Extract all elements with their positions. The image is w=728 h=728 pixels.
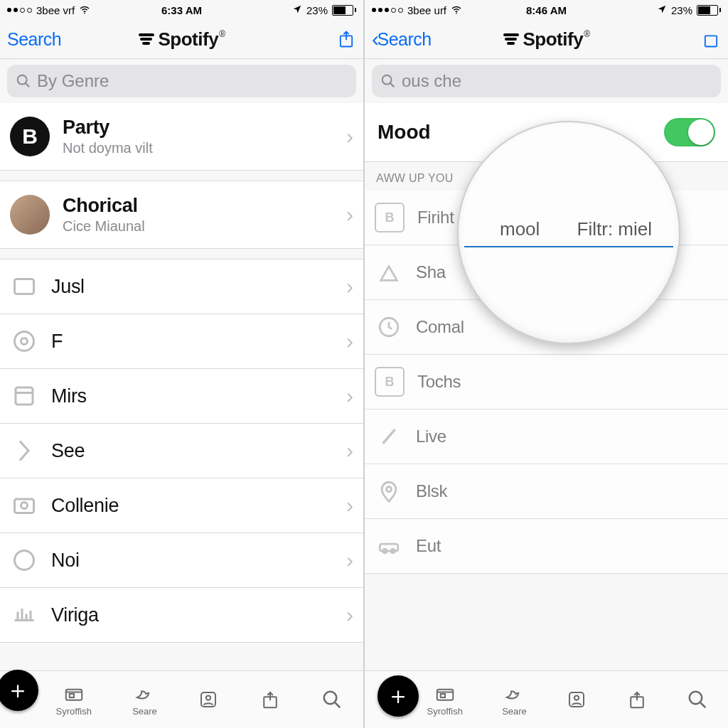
- category-icon: [10, 327, 38, 355]
- svg-point-8: [21, 503, 28, 509]
- mood-toggle[interactable]: [664, 118, 715, 146]
- chevron-right-icon: ›: [346, 274, 353, 299]
- tab-label: Seare: [132, 706, 157, 717]
- item-title: Blsk: [416, 481, 718, 501]
- item-title: Eut: [416, 536, 718, 556]
- wifi-icon: [79, 4, 90, 16]
- back-button[interactable]: ‹ Search: [372, 29, 432, 50]
- spotify-icon: [139, 33, 154, 45]
- spotify-icon: [503, 33, 519, 45]
- avatar: [10, 195, 50, 235]
- svg-point-9: [15, 551, 34, 570]
- left-screenshot: 3bee vrf 6:33 AM 23% Search: [0, 0, 364, 728]
- nav-bar: Search Spotify®: [0, 20, 363, 59]
- tab-bar: ＋ Syroffish Seare: [0, 670, 363, 728]
- tab-share[interactable]: [626, 689, 648, 710]
- bird-icon: [134, 683, 155, 705]
- location-icon: [292, 4, 302, 16]
- item-title: Mirs: [51, 385, 346, 407]
- battery-icon: [697, 5, 721, 16]
- svg-rect-17: [705, 36, 717, 46]
- svg-point-2: [18, 75, 27, 85]
- tab-profile[interactable]: [566, 689, 587, 710]
- genre-list[interactable]: B Party Not doyma vilt › Chorical Cice M…: [0, 103, 363, 670]
- playlist-icon: B: [10, 117, 50, 156]
- list-item[interactable]: See ›: [0, 424, 363, 478]
- tab-seare[interactable]: Seare: [132, 683, 157, 717]
- item-subtitle: Not doyma vilt: [63, 140, 346, 156]
- status-bar: 3bee urf 8:46 AM 23%: [365, 0, 728, 20]
- svg-point-5: [21, 338, 28, 345]
- search-icon: [321, 689, 343, 710]
- list-item[interactable]: F ›: [0, 314, 363, 369]
- share-icon: [626, 689, 648, 710]
- list-item[interactable]: Eut: [365, 519, 728, 574]
- list-item[interactable]: Mirs ›: [0, 369, 363, 424]
- item-title: Party: [63, 117, 346, 139]
- chevron-right-icon: ›: [346, 384, 353, 408]
- list-item[interactable]: Chorical Cice Miaunal ›: [0, 181, 363, 249]
- svg-point-0: [84, 13, 85, 14]
- list-item[interactable]: Live: [365, 410, 728, 464]
- status-bar: 3bee vrf 6:33 AM 23%: [0, 0, 363, 20]
- signal-dots-icon: [7, 8, 32, 13]
- list-item[interactable]: Collenie ›: [0, 478, 363, 533]
- list-item[interactable]: B Party Not doyma vilt ›: [0, 103, 363, 171]
- profile-icon: [198, 689, 219, 710]
- lens-text-left: mool: [500, 218, 540, 240]
- search-placeholder: By Genre: [37, 71, 109, 91]
- section-gap: [0, 171, 363, 181]
- category-icon: [10, 437, 38, 465]
- tab-search[interactable]: [321, 689, 343, 710]
- svg-point-27: [574, 695, 579, 700]
- battery-icon: [332, 5, 356, 16]
- category-icon: [10, 601, 38, 629]
- item-subtitle: Cice Miaunal: [63, 218, 346, 235]
- back-button[interactable]: Search: [7, 29, 61, 50]
- signal-dots-icon: [372, 8, 403, 13]
- chevron-right-icon: ›: [346, 203, 353, 227]
- tab-profile[interactable]: [198, 689, 219, 710]
- tab-label: Syroffish: [427, 706, 463, 717]
- category-icon: [375, 313, 403, 341]
- search-placeholder: ous che: [402, 71, 461, 91]
- svg-point-20: [386, 487, 391, 492]
- svg-rect-3: [15, 279, 34, 294]
- share-button[interactable]: [701, 29, 721, 49]
- svg-point-29: [690, 692, 702, 705]
- svg-rect-11: [70, 694, 74, 697]
- search-input[interactable]: ous che: [372, 65, 721, 97]
- search-input[interactable]: By Genre: [7, 65, 356, 97]
- carrier-label: 3bee vrf: [36, 4, 75, 16]
- svg-point-15: [324, 692, 337, 705]
- add-button[interactable]: ＋: [0, 670, 38, 711]
- carrier-label: 3bee urf: [407, 4, 446, 16]
- chevron-right-icon: ›: [346, 493, 353, 518]
- category-icon: [375, 532, 403, 560]
- item-title: Tochs: [417, 372, 718, 392]
- share-button[interactable]: [336, 29, 356, 49]
- svg-rect-6: [16, 387, 33, 405]
- list-item[interactable]: Jusl ›: [0, 259, 363, 314]
- svg-rect-25: [441, 694, 445, 697]
- list-item[interactable]: Blsk: [365, 464, 728, 519]
- radio-icon: [434, 683, 456, 705]
- item-title: See: [51, 440, 346, 462]
- lens-text-right: Filtr: miel: [577, 218, 652, 240]
- tab-search[interactable]: [687, 689, 708, 710]
- list-item[interactable]: B Tochs: [365, 355, 728, 410]
- tab-syroffish[interactable]: Syroffish: [56, 683, 92, 717]
- list-item[interactable]: Viriga ›: [0, 588, 363, 643]
- share-icon: [259, 689, 281, 710]
- back-label: Search: [7, 29, 61, 50]
- chevron-right-icon: ›: [346, 439, 353, 463]
- chevron-right-icon: ›: [346, 124, 353, 149]
- bird-icon: [503, 683, 525, 705]
- tab-seare[interactable]: Seare: [502, 683, 527, 717]
- tab-syroffish[interactable]: Syroffish: [427, 683, 463, 717]
- item-title: Chorical: [63, 195, 346, 217]
- item-title: Jusl: [51, 276, 346, 298]
- list-item[interactable]: Noi ›: [0, 533, 363, 588]
- tab-share[interactable]: [259, 689, 281, 710]
- add-button[interactable]: ＋: [378, 675, 419, 717]
